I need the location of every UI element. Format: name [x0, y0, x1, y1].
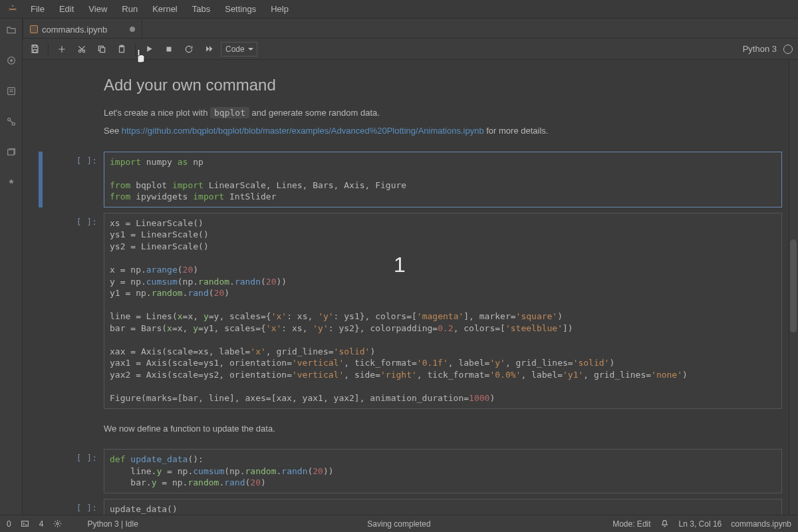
status-bar: 0 4 Python 3 | Idle Saving completed Mod… [0, 515, 798, 532]
paste-button[interactable] [114, 41, 130, 57]
tab-label: commands.ipynb [42, 25, 107, 35]
svg-rect-9 [33, 45, 37, 47]
code-cell-plot[interactable]: [ ]: xs = LinearScale() ys1 = LinearScal… [39, 213, 782, 409]
svg-rect-17 [22, 521, 29, 527]
status-mode: Mode: Edit [612, 519, 650, 529]
bqplot-link[interactable]: https://github.com/bqplot/bqplot/blob/ma… [122, 126, 484, 136]
git-icon[interactable] [5, 55, 17, 66]
copy-button[interactable] [94, 41, 110, 57]
code-cell-call[interactable]: [ ]: update_data() [39, 499, 782, 515]
notebook-icon [30, 25, 38, 33]
inline-code: bqplot [210, 107, 249, 118]
cell-prompt: [ ]: [44, 152, 104, 207]
menu-file[interactable]: File [24, 1, 51, 17]
terminal-icon[interactable] [21, 519, 30, 529]
cell-type-select[interactable]: Code [221, 42, 257, 57]
extension-icon[interactable] [5, 177, 17, 189]
kernel-name[interactable]: Python 3 [743, 44, 777, 54]
code-editor[interactable]: import numpy as np from bqplot import Li… [104, 152, 782, 207]
save-button[interactable] [27, 41, 43, 57]
tab-bar: commands.ipynb [0, 19, 798, 39]
status-filename: commands.ipynb [731, 519, 791, 529]
svg-rect-8 [7, 150, 13, 155]
code-cell-update-fn[interactable]: [ ]: def update_data(): line.y = np.cums… [39, 449, 782, 493]
menu-bar: File Edit View Run Kernel Tabs Settings … [0, 0, 798, 19]
settings-icon[interactable] [53, 519, 62, 529]
notebook-area[interactable]: Add your own command Let's create a nice… [23, 60, 798, 515]
code-editor[interactable]: xs = LinearScale() ys1 = LinearScale() y… [104, 213, 782, 409]
commands-icon[interactable] [5, 85, 17, 97]
interrupt-button[interactable] [161, 41, 177, 57]
notebook-toolbar: Code Python 3 [0, 39, 798, 60]
running-icon[interactable] [5, 116, 17, 128]
run-button[interactable] [141, 41, 157, 57]
status-kernel[interactable]: Python 3 | Idle [87, 519, 138, 529]
svg-rect-13 [100, 47, 105, 52]
restart-run-all-button[interactable] [201, 41, 217, 57]
cell-prompt: [ ]: [44, 449, 104, 493]
cell-prompt: [ ]: [44, 213, 104, 409]
code-cell-imports[interactable]: [ ]: import numpy as np from bqplot impo… [39, 152, 782, 207]
left-sidebar [0, 19, 23, 515]
svg-rect-4 [9, 89, 13, 90]
svg-rect-10 [33, 50, 37, 53]
code-editor[interactable]: def update_data(): line.y = np.cumsum(np… [104, 449, 782, 493]
menu-settings[interactable]: Settings [218, 1, 263, 17]
markdown-cell-heading[interactable]: Add your own command Let's create a nice… [39, 65, 782, 146]
cell-prompt: [ ]: [44, 499, 104, 515]
kernel-status-icon[interactable] [783, 45, 793, 54]
folder-icon[interactable] [5, 24, 17, 36]
menu-help[interactable]: Help [264, 1, 295, 17]
restart-button[interactable] [181, 41, 197, 57]
status-cursor-pos: Ln 3, Col 16 [679, 519, 722, 529]
code-editor[interactable]: update_data() [104, 499, 782, 515]
tab-commands-ipynb[interactable]: commands.ipynb [23, 19, 142, 38]
dirty-indicator-icon [130, 27, 135, 32]
menu-kernel[interactable]: Kernel [146, 1, 184, 17]
menu-run[interactable]: Run [115, 1, 144, 17]
svg-rect-5 [9, 91, 13, 92]
menu-edit[interactable]: Edit [53, 1, 80, 17]
svg-point-18 [57, 523, 59, 525]
menu-tabs[interactable]: Tabs [186, 1, 217, 17]
markdown-cell-inter[interactable]: We now define a function to update the d… [39, 414, 782, 444]
svg-rect-16 [167, 47, 172, 51]
svg-point-2 [10, 60, 12, 62]
add-cell-button[interactable] [54, 41, 70, 57]
heading: Add your own command [104, 76, 782, 94]
scroll-thumb[interactable] [790, 239, 797, 332]
bell-icon[interactable] [660, 519, 670, 529]
status-counter-1[interactable]: 0 [7, 519, 11, 529]
tabs-icon[interactable] [5, 146, 17, 158]
selection-gutter [39, 152, 43, 207]
cut-button[interactable] [74, 41, 90, 57]
scrollbar[interactable] [789, 60, 798, 515]
menu-view[interactable]: View [82, 1, 114, 17]
status-counter-2[interactable]: 4 [39, 519, 44, 529]
svg-point-0 [12, 5, 13, 6]
jupyter-logo-icon [5, 2, 20, 17]
